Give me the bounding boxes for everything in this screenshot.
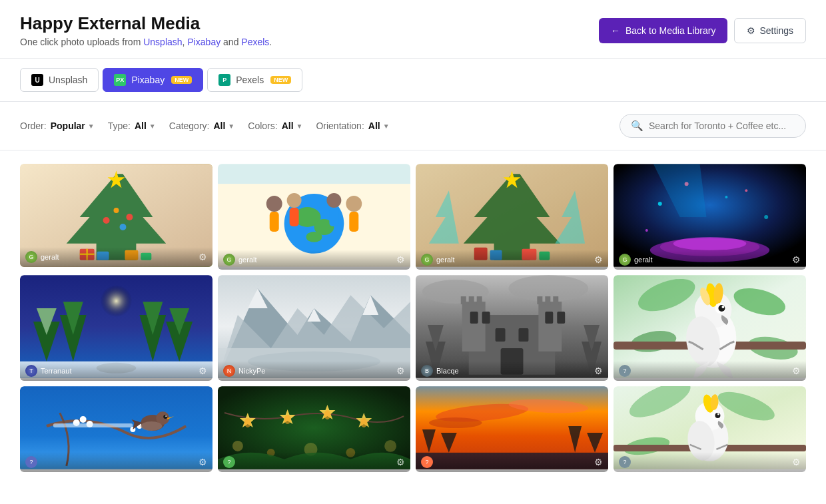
svg-rect-73 [462, 302, 486, 352]
photo-author: T Terranaut [25, 365, 71, 377]
avatar: B [421, 365, 433, 377]
photo-options-icon[interactable]: ⚙ [396, 457, 405, 467]
avatar: G [421, 254, 433, 266]
pexels-icon: P [218, 74, 230, 86]
svg-point-5 [114, 208, 119, 213]
photo-card[interactable]: G geralt ⚙ [416, 164, 608, 270]
tab-pexels[interactable]: P Pexels NEW [207, 68, 302, 92]
pixabay-icon: PX [114, 74, 126, 86]
chevron-down-icon: ▼ [383, 123, 390, 130]
header: Happy External Media One click photo upl… [0, 0, 826, 59]
photo-options-icon[interactable]: ⚙ [792, 457, 801, 467]
svg-rect-83 [545, 312, 553, 324]
pixabay-new-badge: NEW [171, 76, 192, 84]
svg-point-123 [284, 415, 291, 424]
avatar: ? [619, 365, 631, 377]
svg-point-43 [745, 189, 747, 192]
tab-pixabay-label: Pixabay [131, 75, 165, 85]
filter-category: Category: All ▼ [169, 121, 235, 131]
order-dropdown[interactable]: Popular ▼ [51, 121, 95, 131]
svg-rect-81 [470, 312, 478, 324]
settings-button[interactable]: ⚙ Settings [734, 18, 806, 43]
photo-author: ? [619, 456, 631, 468]
header-left: Happy External Media One click photo upl… [20, 13, 272, 47]
photo-card[interactable]: ? ⚙ [416, 386, 608, 472]
photo-options-icon[interactable]: ⚙ [199, 252, 207, 262]
tab-pixabay[interactable]: PX Pixabay NEW [103, 68, 203, 92]
svg-rect-86 [518, 328, 528, 342]
svg-point-44 [764, 215, 768, 219]
svg-point-116 [165, 415, 167, 417]
filter-order: Order: Popular ▼ [20, 121, 95, 131]
chevron-down-icon: ▼ [228, 123, 234, 130]
gear-icon: ⚙ [747, 25, 755, 36]
svg-point-121 [244, 418, 251, 427]
colors-dropdown[interactable]: All ▼ [282, 121, 303, 131]
photo-author: G geralt [223, 254, 257, 266]
type-dropdown[interactable]: All ▼ [135, 121, 156, 131]
photo-options-icon[interactable]: ⚙ [792, 366, 801, 376]
unsplash-link[interactable]: Unsplash [143, 37, 182, 47]
svg-point-6 [126, 214, 133, 220]
photo-author: N NickyPe [223, 365, 265, 377]
photo-card[interactable]: ? ⚙ [20, 386, 212, 472]
photo-card[interactable]: N NickyPe ⚙ [218, 275, 410, 381]
svg-rect-76 [469, 296, 474, 304]
pexels-link[interactable]: Pexels [241, 37, 269, 47]
pixabay-link[interactable]: Pixabay [187, 37, 220, 47]
svg-point-117 [141, 421, 162, 431]
avatar: ? [421, 456, 433, 468]
avatar: N [223, 365, 235, 377]
svg-point-22 [326, 193, 341, 208]
svg-rect-82 [482, 312, 490, 324]
svg-point-128 [232, 441, 243, 451]
photo-card[interactable]: ? ⚙ [614, 386, 806, 472]
category-dropdown[interactable]: All ▼ [213, 121, 234, 131]
photo-options-icon[interactable]: ⚙ [594, 457, 603, 467]
photo-row-2: T Terranaut ⚙ [20, 275, 806, 381]
photo-card[interactable]: B Blacqe ⚙ [416, 275, 608, 381]
svg-point-132 [384, 440, 396, 452]
svg-point-24 [346, 196, 362, 212]
photo-author: G geralt [619, 254, 653, 266]
header-subtitle: One click photo uploads from Unsplash, P… [20, 37, 272, 47]
search-input[interactable] [649, 121, 795, 131]
photo-options-icon[interactable]: ⚙ [396, 254, 405, 265]
svg-point-153 [717, 413, 719, 415]
chevron-down-icon: ▼ [296, 123, 303, 130]
photo-card[interactable]: T Terranaut ⚙ [20, 275, 212, 381]
svg-rect-23 [329, 208, 338, 226]
tab-unsplash[interactable]: U Unsplash [20, 68, 99, 92]
svg-rect-78 [537, 296, 542, 304]
filters-bar: Order: Popular ▼ Type: All ▼ Category: A… [0, 102, 826, 150]
svg-point-104 [718, 305, 725, 312]
photo-options-icon[interactable]: ⚙ [792, 254, 801, 265]
photo-options-icon[interactable]: ⚙ [594, 366, 603, 376]
photo-options-icon[interactable]: ⚙ [199, 457, 207, 467]
photo-card[interactable]: ? ⚙ [218, 386, 410, 472]
svg-rect-80 [553, 296, 558, 304]
photo-card[interactable]: G geralt ⚙ [20, 164, 212, 270]
svg-point-18 [266, 196, 282, 212]
unsplash-icon: U [31, 74, 43, 86]
svg-point-46 [725, 196, 727, 198]
search-box[interactable]: 🔍 [620, 114, 806, 138]
photo-author: B Blacqe [421, 365, 459, 377]
arrow-left-icon: ← [611, 25, 620, 36]
photo-card[interactable]: ? ⚙ [614, 275, 806, 381]
photo-options-icon[interactable]: ⚙ [199, 366, 207, 376]
photo-author: G geralt [25, 251, 59, 263]
photo-options-icon[interactable]: ⚙ [594, 254, 603, 265]
svg-point-20 [287, 193, 302, 208]
svg-rect-21 [290, 208, 299, 226]
back-to-media-library-button[interactable]: ← Back to Media Library [599, 18, 727, 43]
svg-point-136 [429, 417, 482, 428]
avatar: ? [223, 456, 235, 468]
orientation-dropdown[interactable]: All ▼ [368, 121, 390, 131]
svg-rect-74 [538, 302, 562, 352]
photo-card[interactable]: G geralt ⚙ [218, 164, 410, 270]
photo-options-icon[interactable]: ⚙ [396, 366, 405, 376]
svg-point-47 [685, 182, 689, 186]
svg-point-42 [658, 202, 662, 206]
photo-card[interactable]: G geralt ⚙ [614, 164, 806, 270]
